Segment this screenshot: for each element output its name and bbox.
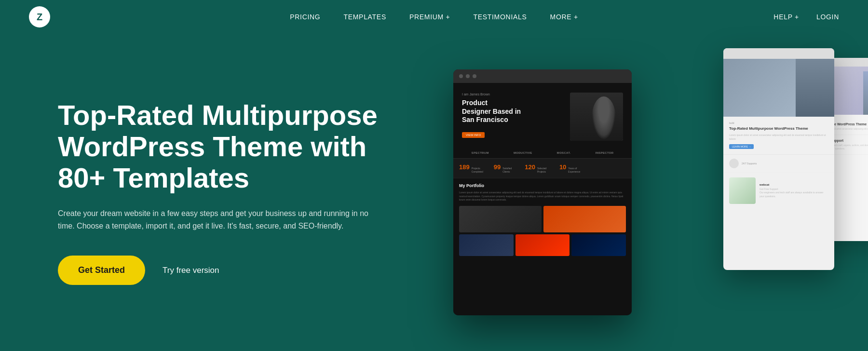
- browser-bar-secondary: [723, 48, 834, 59]
- mock-eyebrow: I am James Brown: [462, 93, 565, 96]
- mock-person-silhouette: [570, 93, 623, 141]
- light-description: Our engineers and tech staff are always …: [760, 191, 828, 198]
- navigation: Z PRICING TEMPLATES PREMIUM + TESTIMONIA…: [0, 0, 868, 34]
- mock-portfolio-text: Lorem ipsum dolor sit amet consectetur a…: [459, 191, 626, 202]
- mock-portfolio-title: My Portfolio: [459, 183, 626, 188]
- mock-hero-section: I am James Brown ProductDesigner Based i…: [453, 83, 632, 148]
- mock-portfolio-grid-bottom: [459, 234, 626, 256]
- hero-buttons: Get Started Try free version: [58, 256, 453, 285]
- nav-templates[interactable]: TEMPLATES: [343, 13, 386, 21]
- mock-stat-label-2: Selected Projects: [537, 167, 552, 173]
- light-person-info: webcat Get Free Support Our engineers an…: [760, 183, 828, 199]
- hero-section: Top-Rated Multipurpose WordPress Theme w…: [0, 34, 868, 351]
- mock-logo-moscat: MOSCAT.: [557, 151, 571, 154]
- nav-right-links: HELP + LOGIN: [773, 13, 839, 21]
- mock-grid-bottom-item-2: [571, 234, 626, 256]
- mock-portfolio-grid-top: [459, 206, 626, 232]
- light-support-text: 24/7 Supports: [742, 162, 757, 165]
- light-build-title: Top-Rated Multi­purpose WordPress Theme: [729, 126, 828, 131]
- mock-grid-bottom-item-1: [515, 234, 570, 256]
- browser-dot-2: [466, 74, 470, 78]
- mock-stat-label-1: Satisfied Clients: [502, 167, 517, 173]
- nav-help[interactable]: HELP +: [773, 13, 799, 21]
- browser-content-main: I am James Brown ProductDesigner Based i…: [453, 83, 632, 315]
- nav-premium[interactable]: PREMIUM +: [409, 13, 450, 21]
- mock-stat-num-2: 120: [525, 163, 535, 171]
- logo[interactable]: Z: [29, 6, 50, 27]
- light-learn-more-badge: LEARN MORE →: [729, 144, 754, 149]
- nav-more[interactable]: MORE +: [550, 13, 578, 21]
- light-person-name: webcat: [760, 183, 828, 186]
- mockup-secondary: build Top-Rated Multi­purpose WordPress …: [723, 48, 834, 270]
- logo-letter: Z: [37, 12, 42, 23]
- browser-dot-3: [473, 74, 476, 78]
- mock-hero-image: [570, 93, 623, 141]
- mock-logo-spectrum: SPECTRUM: [472, 151, 489, 154]
- nav-pricing[interactable]: PRICING: [290, 13, 320, 21]
- get-started-button[interactable]: Get Started: [58, 256, 145, 285]
- secondary-content: build Top-Rated Multi­purpose WordPress …: [723, 59, 834, 270]
- mock-stat-num-1: 99: [494, 163, 501, 171]
- mock-title: ProductDesigner Based inSan Francisco: [462, 99, 565, 124]
- mock-stat-3: 10 Years of Experience: [559, 163, 583, 173]
- mock-logo-moductive: mODUCTive: [514, 151, 532, 154]
- nav-testimonials[interactable]: TESTIMONIALS: [473, 13, 527, 21]
- nav-center-links: PRICING TEMPLATES PREMIUM + TESTIMONIALS…: [290, 13, 578, 21]
- mock-portfolio-section: My Portfolio Lorem ipsum dolor sit amet …: [453, 178, 632, 259]
- mock-logos-bar: SPECTRUM mODUCTive MOSCAT. Inspector: [453, 148, 632, 159]
- light-build-label: build: [729, 122, 828, 124]
- mockup-main: I am James Brown ProductDesigner Based i…: [453, 69, 632, 315]
- light-build-text: Lorem ipsum dolor sit amet consectetur a…: [729, 134, 828, 141]
- mock-stat-num-0: 189: [459, 163, 470, 171]
- mock-stat-2: 120 Selected Projects: [525, 163, 552, 173]
- mock-grid-item-1: [543, 206, 626, 232]
- try-free-button[interactable]: Try free version: [163, 266, 219, 275]
- hero-right-mockups: I am James Brown ProductDesigner Based i…: [453, 34, 810, 351]
- nav-login[interactable]: LOGIN: [816, 13, 839, 21]
- mock-stat-1: 99 Satisfied Clients: [494, 163, 517, 173]
- light-person-image: [729, 177, 756, 204]
- mock-stat-0: 189 Projects Completed: [459, 163, 486, 173]
- hero-left-content: Top-Rated Multipurpose WordPress Theme w…: [58, 100, 453, 285]
- browser-bar-main: [453, 69, 632, 83]
- mock-stat-label-0: Projects Completed: [472, 167, 486, 173]
- light-support-row: 24/7 Supports: [723, 155, 834, 173]
- mock-stats-row: 189 Projects Completed 99 Satisfied Clie…: [453, 159, 632, 178]
- mock-grid-bottom-item-0: [459, 234, 514, 256]
- light-section-build: build Top-Rated Multi­purpose WordPress …: [723, 117, 834, 155]
- mock-stat-label-3: Years of Experience: [568, 167, 583, 173]
- mock-grid-item-0: [459, 206, 542, 232]
- mock-view-info-btn: VIEW INFO: [462, 132, 485, 138]
- browser-dot-1: [459, 74, 463, 78]
- mock-hero-text: I am James Brown ProductDesigner Based i…: [462, 93, 565, 138]
- hero-description: Create your dream website in a few easy …: [58, 207, 386, 233]
- hero-title: Top-Rated Multipurpose WordPress Theme w…: [58, 100, 395, 194]
- light-support-icon: [729, 159, 739, 168]
- light-hero-image: [723, 59, 834, 117]
- mock-logo-inspector: Inspector: [596, 151, 614, 154]
- light-person-row: webcat Get Free Support Our engineers an…: [723, 173, 834, 209]
- light-free-support: Get Free Support: [760, 188, 828, 191]
- mock-stat-num-3: 10: [559, 163, 566, 171]
